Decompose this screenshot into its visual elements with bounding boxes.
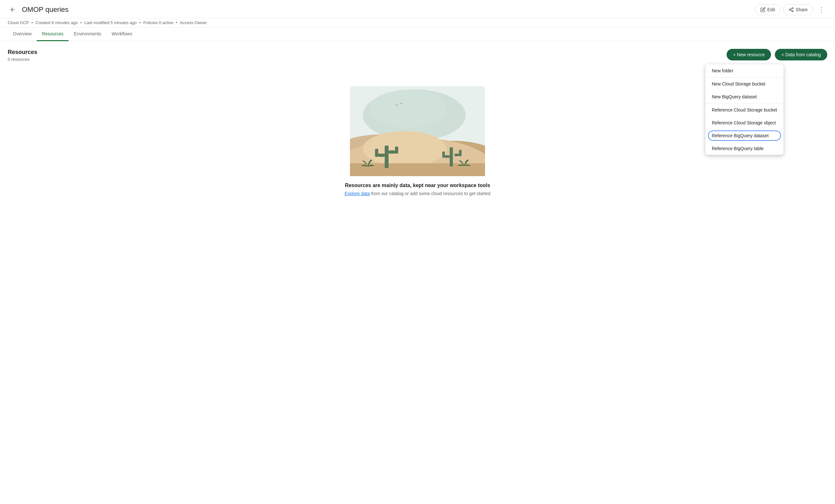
share-label: Share: [796, 7, 808, 12]
svg-line-3: [790, 10, 792, 11]
sep3: •: [139, 20, 141, 25]
tab-workflows[interactable]: Workflows: [106, 27, 137, 41]
more-options-button[interactable]: ⋮: [816, 4, 827, 16]
header-actions: Edit Share ⋮: [755, 4, 827, 16]
empty-state: Resources are mainly data, kept near you…: [8, 67, 827, 209]
svg-line-4: [790, 8, 792, 9]
svg-rect-16: [389, 150, 395, 154]
svg-rect-20: [442, 151, 445, 158]
svg-rect-14: [378, 154, 385, 157]
empty-state-subtitle: Explore data from our catalog or add som…: [345, 191, 490, 196]
svg-rect-18: [450, 147, 453, 167]
sep2: •: [80, 20, 82, 25]
menu-item-new-bigquery-dataset[interactable]: New BigQuery dataset: [705, 90, 783, 103]
edit-label: Edit: [768, 7, 775, 12]
menu-item-new-cloud-storage-bucket[interactable]: New Cloud Storage bucket: [705, 78, 783, 90]
policies-label: Policies 0 active: [143, 20, 174, 25]
modified-label: Last modified 5 minutes ago: [84, 20, 137, 25]
share-icon: [789, 7, 794, 12]
access-label: Access Owner: [180, 20, 207, 25]
tab-resources[interactable]: Resources: [37, 27, 68, 41]
menu-item-reference-bigquery-table[interactable]: Reference BigQuery table: [705, 142, 783, 155]
main-content: Resources 0 resources + New resource + D…: [0, 41, 835, 217]
tabs-bar: Overview Resources Environments Workflow…: [0, 27, 835, 41]
svg-point-0: [792, 7, 793, 9]
dropdown-section-2: New Cloud Storage bucket New BigQuery da…: [705, 78, 783, 104]
svg-rect-13: [385, 146, 389, 168]
sep4: •: [176, 20, 178, 25]
share-button[interactable]: Share: [783, 4, 813, 15]
svg-point-1: [789, 9, 791, 10]
edit-icon: [760, 7, 766, 12]
menu-item-reference-bigquery-dataset[interactable]: Reference BigQuery dataset: [705, 129, 783, 142]
new-resource-dropdown: New folder New Cloud Storage bucket New …: [705, 64, 783, 155]
resources-header: Resources 0 resources + New resource + D…: [8, 49, 827, 62]
svg-rect-19: [445, 155, 450, 158]
svg-point-11: [363, 131, 446, 167]
svg-rect-21: [454, 154, 459, 156]
dropdown-section-3: Reference Cloud Storage bucket Reference…: [705, 104, 783, 155]
more-icon: ⋮: [818, 6, 825, 14]
menu-item-new-folder[interactable]: New folder: [705, 64, 783, 77]
svg-rect-15: [375, 149, 378, 157]
dropdown-section-1: New folder: [705, 64, 783, 78]
resources-title: Resources: [8, 49, 37, 56]
page-header: OMOP queries Edit Share ⋮: [0, 0, 835, 18]
explore-data-link[interactable]: Explore data: [345, 191, 370, 196]
resources-actions: + New resource + Data from catalog: [727, 49, 827, 60]
svg-rect-22: [459, 150, 462, 156]
tab-environments[interactable]: Environments: [68, 27, 106, 41]
data-from-catalog-button[interactable]: + Data from catalog: [775, 49, 827, 60]
empty-state-title: Resources are mainly data, kept near you…: [345, 183, 490, 188]
edit-button[interactable]: Edit: [755, 4, 781, 15]
empty-state-subtitle-suffix: from our catalog or add some cloud resou…: [370, 191, 490, 196]
new-resource-button[interactable]: + New resource: [727, 49, 771, 60]
desert-illustration: [350, 86, 485, 176]
svg-point-2: [792, 10, 793, 12]
menu-item-reference-cloud-storage-bucket[interactable]: Reference Cloud Storage bucket: [705, 104, 783, 117]
created-label: Created 6 minutes ago: [35, 20, 78, 25]
page-title: OMOP queries: [22, 5, 68, 14]
metadata-bar: Cloud GCP • Created 6 minutes ago • Last…: [0, 18, 835, 27]
menu-item-reference-cloud-storage-object[interactable]: Reference Cloud Storage object: [705, 117, 783, 129]
back-button[interactable]: [8, 4, 18, 15]
resources-title-block: Resources 0 resources: [8, 49, 37, 62]
new-resource-label: + New resource: [733, 52, 765, 57]
tab-overview[interactable]: Overview: [8, 27, 37, 41]
cloud-label: Cloud GCP: [8, 20, 29, 25]
sep1: •: [32, 20, 33, 25]
svg-rect-17: [395, 147, 398, 154]
data-from-catalog-label: + Data from catalog: [781, 52, 821, 57]
header-left: OMOP queries: [8, 4, 68, 15]
resources-count: 0 resources: [8, 57, 37, 62]
svg-point-7: [369, 89, 446, 128]
